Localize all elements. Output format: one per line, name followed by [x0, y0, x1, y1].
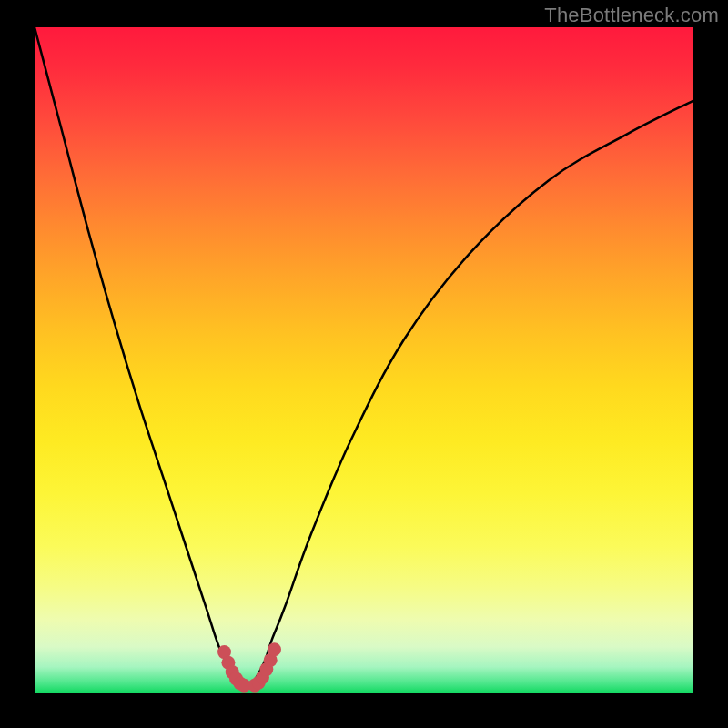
- chart-svg: [35, 27, 693, 693]
- chart-plot-area: [35, 27, 693, 693]
- bottleneck-curve: [35, 27, 693, 687]
- optimal-marker: [268, 642, 281, 656]
- chart-frame: TheBottleneck.com: [0, 0, 728, 728]
- optimal-marker-group: [217, 642, 281, 693]
- watermark-text: TheBottleneck.com: [544, 4, 719, 27]
